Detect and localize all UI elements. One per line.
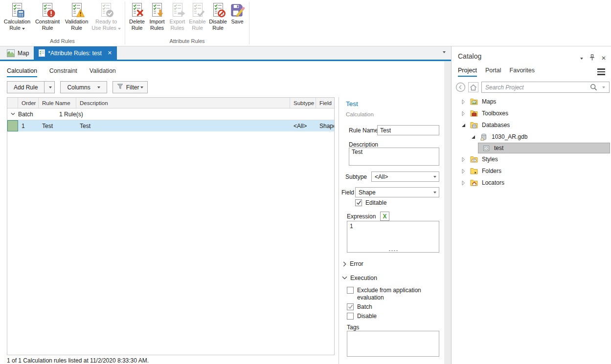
arcgis-pro-window: CalculationRule ConstraintRule Validatio…: [0, 0, 611, 364]
pin-icon[interactable]: [589, 54, 595, 62]
rule-name-input[interactable]: [377, 125, 439, 135]
tree-collapsed-icon[interactable]: [460, 157, 466, 162]
execution-section-header[interactable]: Execution: [342, 275, 377, 281]
table-row[interactable]: 1TestTest<All>Shape: [7, 120, 334, 131]
checkbox[interactable]: [347, 287, 354, 294]
button-label: DisableRule: [209, 19, 227, 31]
dropdown-caret-icon: [97, 86, 100, 90]
row-selector-cell[interactable]: [7, 120, 18, 131]
error-section-header[interactable]: Error: [343, 260, 363, 267]
close-icon[interactable]: ✕: [108, 50, 112, 56]
tree-expanded-icon[interactable]: [470, 135, 476, 139]
toolboxes-folder-icon: [470, 109, 478, 117]
constraint-rule-button[interactable]: ConstraintRule: [32, 1, 63, 31]
tab-validation[interactable]: Validation: [90, 67, 116, 77]
ribbon-separator: [249, 1, 249, 44]
ready-to-use-rules-icon: [98, 2, 114, 18]
tree-collapsed-icon[interactable]: [460, 169, 466, 174]
checkbox-row-batch[interactable]: Batch: [347, 303, 437, 311]
tree-item-styles[interactable]: Styles: [452, 153, 610, 165]
column-header-selector[interactable]: [7, 98, 18, 108]
attribute-rules-tab-icon: [39, 49, 45, 57]
import-rules-button[interactable]: ImportRules: [147, 1, 167, 31]
panel-menu-caret-icon[interactable]: [580, 58, 583, 61]
tree-item-1030-ar-gdb[interactable]: 1030_AR.gdb: [452, 131, 610, 143]
selected-row-marker: [7, 120, 18, 131]
status-bar-text: 1 of 1 Calculation rules listed at 11/2/…: [7, 357, 149, 364]
cell-order[interactable]: 1: [18, 120, 39, 131]
tab-list-dropdown-icon[interactable]: [443, 51, 446, 55]
delete-rule-button[interactable]: DeleteRule: [127, 1, 147, 31]
checkbox-label: Batch: [357, 303, 372, 311]
calculation-rule-button[interactable]: CalculationRule: [2, 1, 32, 31]
search-options-caret-icon[interactable]: [602, 86, 605, 90]
expression-label: Expression: [347, 213, 376, 220]
execution-label: Execution: [350, 275, 377, 281]
tree-collapsed-icon[interactable]: [460, 180, 466, 186]
catalog-tab-favorites[interactable]: Favorites: [510, 67, 535, 77]
tree-item-maps[interactable]: Maps: [452, 96, 610, 107]
catalog-tab-portal[interactable]: Portal: [485, 67, 501, 77]
add-rule-button[interactable]: Add Rule: [7, 81, 55, 93]
checkbox[interactable]: [347, 303, 354, 310]
disable-rule-button[interactable]: DisableRule: [207, 1, 228, 31]
group-count: 1 Rule(s): [59, 111, 83, 118]
tags-input[interactable]: [347, 331, 439, 357]
tree-item-label: Maps: [482, 98, 496, 105]
tree-item-folders[interactable]: Folders: [452, 165, 610, 177]
tree-item-test[interactable]: test: [478, 143, 610, 153]
cell-rule_name[interactable]: Test: [39, 120, 76, 131]
column-header-Rule Name[interactable]: Rule Name: [39, 98, 76, 108]
expression-box[interactable]: 1: [347, 221, 439, 253]
rule-title: Test: [346, 100, 358, 107]
validation-rule-button[interactable]: ValidationRule: [63, 1, 91, 31]
filter-button[interactable]: Filter: [113, 81, 148, 93]
tree-item-label: Folders: [482, 168, 501, 174]
cell-description[interactable]: Test: [76, 120, 290, 131]
arcade-expression-editor-icon[interactable]: X: [380, 212, 389, 221]
editable-checkbox-row[interactable]: Editable: [355, 199, 386, 206]
tab-constraint[interactable]: Constraint: [49, 67, 77, 77]
tree-expanded-icon[interactable]: [460, 123, 466, 128]
locators-folder-icon: [470, 179, 478, 187]
back-icon[interactable]: [455, 82, 466, 94]
menu-icon[interactable]: [597, 68, 605, 75]
doc-tab-map[interactable]: Map: [2, 46, 34, 60]
catalog-tabs: ProjectPortalFavorites: [458, 67, 535, 77]
tree-item-locators[interactable]: Locators: [452, 177, 610, 189]
add-rule-dropdown[interactable]: [44, 82, 54, 93]
add-rule-label[interactable]: Add Rule: [7, 82, 44, 93]
checkbox-row-exclude[interactable]: Exclude from application evaluation: [347, 287, 437, 301]
group-row[interactable]: Batch1 Rule(s): [7, 108, 334, 120]
subtype-dropdown[interactable]: <All>: [371, 171, 439, 182]
columns-button[interactable]: Columns: [60, 81, 107, 93]
subtype-label: Subtype: [345, 173, 367, 180]
catalog-tab-project[interactable]: Project: [458, 67, 477, 77]
doc-tab-attribute-rules[interactable]: *Attribute Rules: test✕: [34, 46, 117, 60]
checkbox[interactable]: [347, 313, 354, 320]
column-header-Field[interactable]: Field: [316, 98, 334, 108]
home-icon[interactable]: [468, 82, 478, 92]
description-input[interactable]: Test: [349, 148, 439, 166]
editable-checkbox[interactable]: [355, 199, 362, 206]
tree-collapsed-icon[interactable]: [460, 111, 466, 116]
cell-subtype[interactable]: <All>: [290, 120, 316, 131]
button-label: Ready toUse Rules: [91, 19, 121, 31]
column-header-Subtype[interactable]: Subtype: [290, 98, 316, 108]
tree-item-databases[interactable]: Databases: [452, 119, 610, 131]
resize-grip-icon[interactable]: [389, 250, 397, 251]
column-header-Description[interactable]: Description: [76, 98, 290, 108]
search-icon[interactable]: [590, 84, 597, 92]
field-dropdown[interactable]: Shape: [355, 187, 439, 197]
panel-splitter[interactable]: [444, 61, 451, 364]
catalog-title: Catalog: [458, 52, 481, 60]
tab-calculation[interactable]: Calculation: [7, 67, 37, 77]
tree-item-toolboxes[interactable]: Toolboxes: [452, 107, 610, 119]
close-icon[interactable]: ✕: [601, 55, 606, 62]
checkbox-row-disable[interactable]: Disable: [347, 313, 437, 320]
cell-field[interactable]: Shape: [316, 120, 334, 131]
save-button[interactable]: Save: [228, 1, 246, 25]
databases-folder-icon: [470, 121, 478, 129]
column-header-Order[interactable]: Order: [18, 98, 39, 108]
tree-collapsed-icon[interactable]: [460, 99, 466, 105]
